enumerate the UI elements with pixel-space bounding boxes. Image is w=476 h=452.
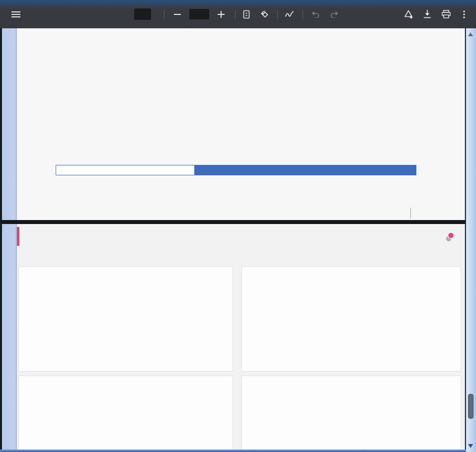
- print-icon: [442, 10, 451, 18]
- segment-band: [56, 165, 416, 175]
- window-edge: [0, 28, 2, 452]
- document-viewport[interactable]: [2, 28, 466, 450]
- fit-page-icon: [242, 10, 250, 19]
- redo-icon: [330, 11, 339, 18]
- toolbar-divider: [164, 9, 164, 19]
- rotate-button[interactable]: [257, 7, 271, 21]
- toolbar-divider: [303, 9, 303, 19]
- add-annotation-button[interactable]: [401, 7, 415, 21]
- toolbar-divider: [277, 9, 278, 19]
- panel-roa: [18, 376, 233, 450]
- footer-divider: [410, 208, 411, 219]
- roe-chart: [242, 376, 461, 450]
- toolbar-divider: [235, 9, 236, 19]
- zoom-level[interactable]: [189, 9, 209, 19]
- panel-roe: [241, 376, 461, 450]
- roa-chart: [19, 376, 233, 450]
- zoom-out-button[interactable]: [170, 7, 184, 21]
- segment-standalone-label: [56, 165, 195, 175]
- page-footer: [17, 206, 465, 221]
- draw-annotate-button[interactable]: [283, 7, 297, 21]
- scroll-up-arrow-icon[interactable]: [468, 32, 473, 36]
- vertical-scrollbar[interactable]: [465, 28, 476, 452]
- hamburger-menu-icon: [11, 11, 20, 18]
- more-options-button[interactable]: [457, 7, 471, 21]
- company-logo: [445, 232, 456, 244]
- download-icon: [423, 10, 431, 18]
- redo-button[interactable]: [328, 7, 342, 21]
- add-annotation-icon: [403, 9, 413, 19]
- kebab-menu-icon: [463, 10, 465, 18]
- pdf-toolbar: [0, 0, 476, 28]
- pen-squiggle-icon: [285, 10, 295, 18]
- equity-ratio-chart: [242, 267, 461, 371]
- scrollbar-thumb[interactable]: [468, 394, 474, 419]
- undo-icon: [311, 11, 319, 18]
- menu-button[interactable]: [9, 7, 23, 21]
- panel-operating-margin: [18, 266, 233, 372]
- plus-icon: [218, 11, 225, 18]
- minus-icon: [174, 14, 181, 15]
- undo-button[interactable]: [308, 7, 322, 21]
- window-edge: [0, 450, 466, 452]
- rotate-icon: [260, 9, 269, 19]
- pdf-page-31: [17, 224, 465, 450]
- title-accent-bar: [17, 227, 19, 246]
- page-gap: [2, 220, 466, 224]
- panel-equity-ratio: [241, 266, 461, 372]
- pdf-viewer-window: [0, 0, 476, 452]
- zoom-in-button[interactable]: [214, 7, 228, 21]
- revenue-history-chart: [17, 28, 465, 163]
- scroll-down-arrow-icon[interactable]: [468, 444, 473, 448]
- pdf-page-30: [17, 28, 465, 220]
- download-button[interactable]: [420, 7, 434, 21]
- fit-page-button[interactable]: [239, 7, 253, 21]
- segment-consolidated-label: [195, 165, 416, 175]
- print-button[interactable]: [439, 7, 453, 21]
- sakura-logo-icon: [445, 232, 455, 244]
- operating-margin-chart: [19, 267, 233, 371]
- page-number-input[interactable]: [134, 8, 151, 20]
